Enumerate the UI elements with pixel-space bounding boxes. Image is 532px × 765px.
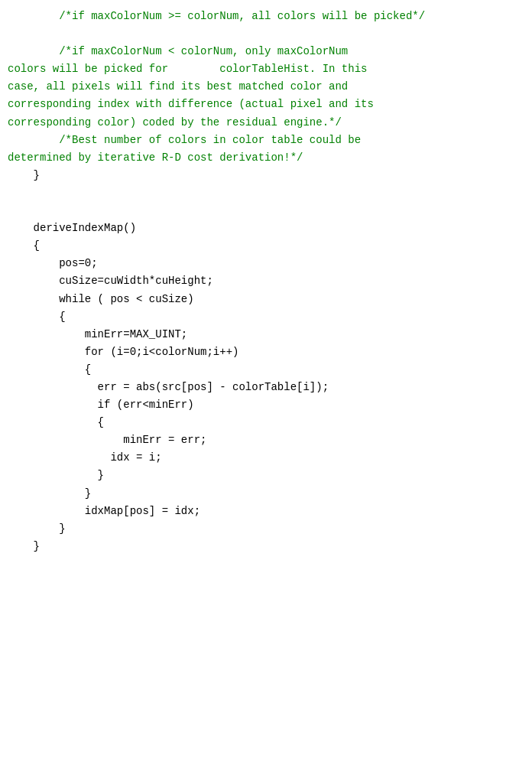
code-line-derive-func: deriveIndexMap() bbox=[0, 220, 532, 237]
code-line-func-close: } bbox=[0, 538, 532, 555]
code-line-blank-2 bbox=[0, 184, 532, 202]
code-line-1: /*if maxColorNum >= colorNum, all colors… bbox=[0, 8, 532, 25]
code-line-if-err: if (err<minErr) bbox=[0, 396, 532, 414]
code-line-comment-block-5: corresponding color) coded by the residu… bbox=[0, 114, 532, 132]
code-line-cusize: cuSize=cuWidth*cuHeight; bbox=[0, 272, 532, 290]
code-line-if-open: { bbox=[0, 414, 532, 431]
code-line-while-close: } bbox=[0, 520, 532, 538]
code-line-blank-1 bbox=[0, 25, 532, 43]
code-line-while-open: { bbox=[0, 308, 532, 326]
code-line-open-brace-1: { bbox=[0, 237, 532, 255]
code-line-for: for (i=0;i<colorNum;i++) bbox=[0, 343, 532, 361]
code-line-idxmap: idxMap[pos] = idx; bbox=[0, 503, 532, 520]
code-line-for-open: { bbox=[0, 361, 532, 379]
code-line-close-brace: } bbox=[0, 167, 532, 184]
code-line-comment-block-3: case, all pixels will find its best matc… bbox=[0, 78, 532, 96]
code-line-pos: pos=0; bbox=[0, 255, 532, 272]
code-line-for-close: } bbox=[0, 485, 532, 503]
code-line-best-comment-2: determined by iterative R-D cost derivat… bbox=[0, 149, 532, 167]
code-line-while: while ( pos < cuSize) bbox=[0, 291, 532, 308]
code-line-idx: idx = i; bbox=[0, 449, 532, 467]
code-line-blank-3 bbox=[0, 202, 532, 220]
code-line-comment-block-2: colors will be picked for colorTableHist… bbox=[0, 60, 532, 78]
code-line-comment-block: /*if maxColorNum < colorNum, only maxCol… bbox=[0, 43, 532, 60]
code-line-minerr-assign: minErr = err; bbox=[0, 431, 532, 449]
code-line-minerr: minErr=MAX_UINT; bbox=[0, 326, 532, 343]
code-line-comment-block-4: corresponding index with difference (act… bbox=[0, 96, 532, 113]
code-line-if-close: } bbox=[0, 467, 532, 484]
code-line-err: err = abs(src[pos] - colorTable[i]); bbox=[0, 379, 532, 396]
code-container: /*if maxColorNum >= colorNum, all colors… bbox=[0, 0, 532, 563]
code-line-best-comment: /*Best number of colors in color table c… bbox=[0, 132, 532, 149]
